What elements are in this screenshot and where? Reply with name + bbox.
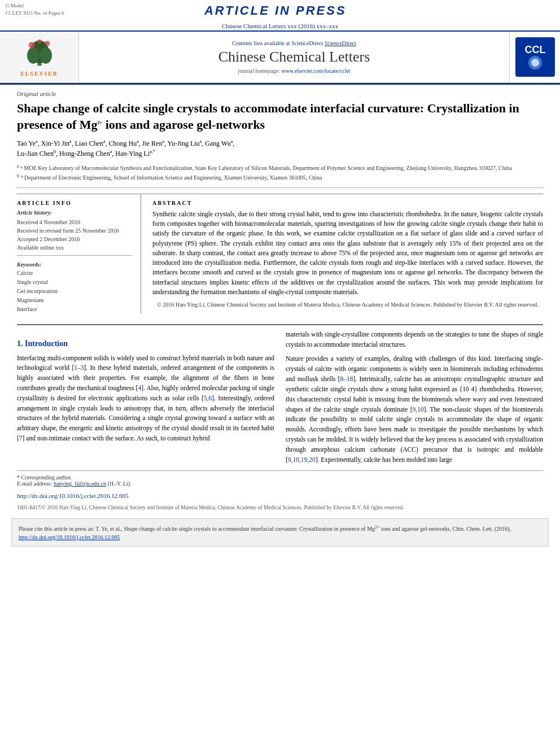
footer-copyright: 1001-8417/© 2016 Han-Ying Li, Chinese Ch…	[0, 503, 560, 513]
svg-point-2	[27, 47, 40, 63]
doi-link[interactable]: http://dx.doi.org/10.1016/j.cclet.2016.1…	[17, 492, 128, 499]
abstract-text: Synthetic calcite single crystals, due t…	[152, 209, 543, 297]
abstract-heading: ABSTRACT	[152, 200, 543, 206]
keyword-interface: Interface	[17, 305, 132, 314]
ref-9-10-19-20[interactable]: 9,10,19,20	[288, 456, 316, 463]
accepted-date: Accepted 2 December 2016	[17, 235, 132, 243]
journal-homepage: journal homepage: www.elsevier.com/locat…	[238, 68, 350, 74]
keyword-single-crystal: Single crystal	[17, 278, 132, 287]
body-section: 1. Introduction Interfacing multi-compon…	[0, 330, 560, 465]
article-history-label: Article history:	[17, 209, 132, 216]
keyword-magnesium: Magnesium	[17, 296, 132, 305]
body-col-right: materials with single-crystalline compon…	[286, 330, 543, 465]
affiliations: a ᵃ MOE Key Laboratory of Macromolecular…	[17, 163, 543, 182]
keyword-calcite: Calcite	[17, 269, 132, 278]
body-col-left: 1. Introduction Interfacing multi-compon…	[17, 330, 274, 465]
intro-heading: 1. Introduction	[17, 338, 274, 350]
article-info-col: ARTICLE INFO Article history: Received 4…	[17, 194, 141, 314]
sciencedirect-link[interactable]: ScienceDirect	[325, 40, 356, 46]
homepage-link[interactable]: www.elsevier.com/locate/cclet	[282, 68, 351, 74]
cite-doi-link[interactable]: http://dx.doi.org/10.1016/j.cclet.2016.1…	[19, 534, 120, 540]
ref-9-10[interactable]: 9,10	[413, 406, 424, 413]
svg-point-6	[37, 40, 41, 43]
abstract-col: ABSTRACT Synthetic calcite single crysta…	[152, 194, 543, 314]
journal-title: Chinese Chemical Letters	[218, 49, 370, 65]
received-date: Received 4 November 2016	[17, 218, 132, 226]
ref-1-3[interactable]: 1–3	[74, 364, 84, 371]
doi-section: http://dx.doi.org/10.1016/j.cclet.2016.1…	[0, 489, 560, 503]
article-info-heading: ARTICLE INFO	[17, 200, 132, 206]
email-note: E-mail address: hanying_li@zju.edu.cn (H…	[17, 480, 543, 487]
model-info: G Model CCLET 3911 No. of Pages 6	[6, 2, 64, 16]
svg-text:CCL: CCL	[524, 44, 545, 55]
divider-main	[17, 324, 543, 325]
ref-8-18[interactable]: 8–18	[340, 375, 353, 382]
footnote-section: * Corresponding author. E-mail address: …	[17, 470, 543, 487]
svg-point-3	[40, 47, 52, 63]
ccl-logo-section: CCL	[509, 32, 560, 82]
keywords-label: Keywords:	[17, 261, 132, 268]
intro-text-col2: materials with single-crystalline compon…	[286, 330, 543, 350]
divider-keywords	[17, 255, 132, 256]
model-label: G Model	[6, 3, 24, 8]
svg-point-5	[45, 41, 50, 46]
divider-thin-1	[17, 187, 543, 188]
corresponding-author-note: * Corresponding author.	[17, 474, 543, 480]
journal-header: ELSEVIER Contents lists available at Sci…	[0, 30, 560, 83]
intro-text-col1: Interfacing multi-component solids is wi…	[17, 353, 274, 444]
article-in-press-header: ARTICLE IN PRESS	[64, 2, 487, 19]
article-title: Shape change of calcite single crystals …	[17, 101, 543, 133]
article-authors: Tao Yea, Xin-Yi Jina, Liao Chena, Chong …	[17, 138, 543, 159]
cite-footer-bar: Please cite this article in press as: T.…	[11, 518, 549, 546]
email-link[interactable]: hanying_li@zju.edu.cn	[54, 480, 106, 487]
journal-center-info: Contents lists available at ScienceDirec…	[79, 32, 509, 82]
ref-4[interactable]: 4	[138, 385, 141, 391]
elsevier-text: ELSEVIER	[20, 71, 58, 77]
intro-text-col2-para2: Nature provides a variety of examples, d…	[286, 354, 543, 465]
elsevier-tree-icon	[17, 37, 62, 68]
top-bar: G Model CCLET 3911 No. of Pages 6 ARTICL…	[0, 0, 560, 21]
cclet-label: CCLET 3911 No. of Pages 6	[6, 10, 64, 16]
contents-note: Contents lists available at ScienceDirec…	[232, 40, 356, 46]
svg-point-10	[531, 59, 539, 67]
ref-7[interactable]: 7	[19, 435, 23, 442]
journal-subtitle-bar: Chinese Chemical Letters xxx (2016) xxx–…	[0, 21, 560, 30]
available-date: Available online xxx	[17, 243, 132, 252]
received-revised-date: Received in revised form 25 November 201…	[17, 226, 132, 235]
abstract-copyright: © 2016 Han-Ying Li, Chinese Chemical Soc…	[152, 302, 543, 308]
article-type: Original article	[17, 90, 543, 97]
ccl-logo-icon: CCL	[515, 37, 555, 77]
keyword-gel: Gel-incorporation	[17, 287, 132, 296]
ref-5-6[interactable]: 5,6	[204, 395, 212, 401]
svg-point-4	[28, 42, 34, 48]
info-abstract-section: ARTICLE INFO Article history: Received 4…	[17, 194, 543, 314]
article-section: Original article Shape change of calcite…	[0, 85, 560, 320]
elsevier-logo-section: ELSEVIER	[0, 32, 79, 82]
